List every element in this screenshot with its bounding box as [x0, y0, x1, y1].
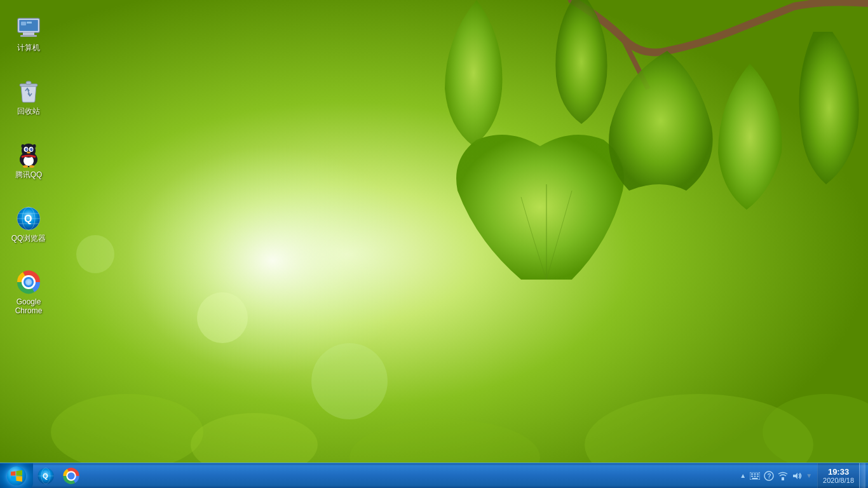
- svg-rect-59: [782, 477, 784, 480]
- svg-point-32: [29, 165, 34, 168]
- clock-time: 19:33: [828, 467, 849, 477]
- svg-rect-18: [26, 81, 31, 85]
- show-desktop-button[interactable]: [859, 463, 865, 489]
- taskbar-icon-chrome[interactable]: [59, 464, 83, 488]
- qq-icon: [16, 142, 41, 168]
- svg-point-26: [26, 149, 27, 150]
- svg-point-28: [27, 152, 31, 154]
- svg-rect-13: [20, 35, 37, 37]
- svg-rect-55: [757, 475, 759, 477]
- svg-rect-16: [27, 22, 32, 24]
- clock-area[interactable]: 19:33 2020/8/18: [817, 463, 859, 489]
- desktop-icon-computer[interactable]: 计算机: [6, 13, 51, 55]
- computer-label: 计算机: [17, 43, 40, 52]
- keyboard-tray-icon[interactable]: [749, 470, 761, 482]
- svg-rect-50: [751, 473, 753, 475]
- computer-icon: [16, 15, 41, 41]
- svg-text:Q: Q: [43, 472, 48, 480]
- start-button[interactable]: [0, 463, 33, 489]
- system-tray: ▲ ?: [735, 463, 868, 489]
- svg-rect-52: [757, 473, 759, 475]
- tray-expand-icon[interactable]: ▲: [738, 472, 747, 479]
- tray-collapse-icon[interactable]: ▼: [804, 472, 813, 479]
- svg-point-42: [25, 279, 32, 285]
- network-tray-icon[interactable]: [776, 470, 789, 482]
- qq-label: 腾讯QQ: [15, 170, 43, 179]
- svg-rect-15: [21, 22, 26, 25]
- svg-text:Q: Q: [24, 214, 32, 224]
- svg-point-48: [67, 472, 74, 479]
- desktop-icon-recycle-bin[interactable]: 回收站: [6, 76, 51, 118]
- clock-date: 2020/8/18: [823, 477, 854, 484]
- desktop-icon-qq-browser[interactable]: Q QQ浏览器: [6, 203, 51, 245]
- svg-point-9: [76, 235, 114, 273]
- tray-icons: ▲ ?: [735, 463, 817, 489]
- svg-point-30: [33, 144, 36, 148]
- desktop-icon-qq[interactable]: 腾讯QQ: [6, 140, 51, 182]
- svg-point-29: [22, 144, 25, 148]
- help-tray-icon[interactable]: ?: [763, 470, 775, 482]
- chrome-icon: [16, 269, 41, 295]
- taskbar: Q ▲: [0, 463, 868, 488]
- svg-text:?: ?: [768, 473, 771, 480]
- svg-rect-54: [754, 475, 756, 477]
- desktop-icon-chrome[interactable]: Google Chrome: [6, 267, 51, 318]
- recycle-bin-icon: [16, 79, 41, 104]
- volume-tray-icon[interactable]: [790, 470, 803, 482]
- svg-point-7: [197, 292, 248, 343]
- svg-rect-12: [23, 32, 34, 35]
- svg-rect-56: [752, 478, 758, 479]
- taskbar-icon-qq-browser[interactable]: Q: [34, 464, 58, 488]
- desktop: 计算机 回收站: [0, 0, 868, 463]
- svg-rect-51: [754, 473, 756, 475]
- recycle-bin-label: 回收站: [17, 107, 40, 116]
- windows-orb: [7, 466, 26, 485]
- chrome-label: Google Chrome: [9, 297, 48, 316]
- svg-point-31: [23, 165, 28, 168]
- svg-point-8: [311, 343, 388, 419]
- qq-browser-icon: Q: [16, 206, 41, 231]
- qq-browser-label: QQ浏览器: [11, 234, 46, 243]
- svg-rect-53: [751, 475, 753, 477]
- svg-point-27: [31, 149, 32, 150]
